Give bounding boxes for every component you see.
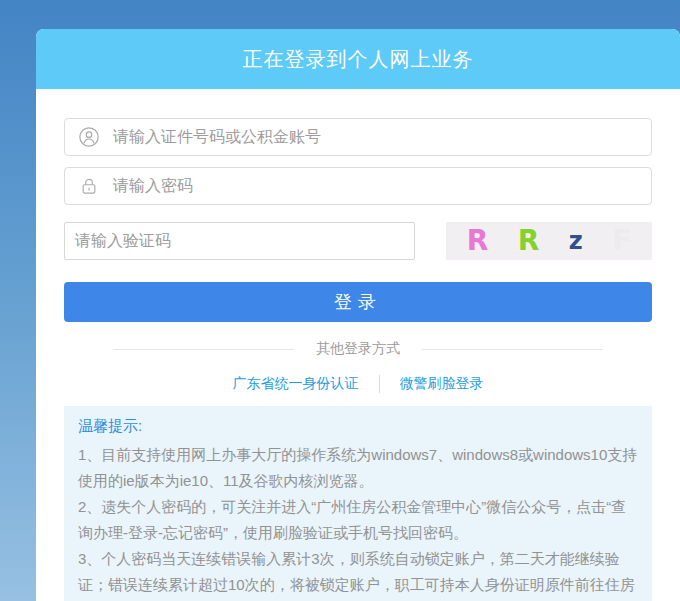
captcha-letter: F (612, 227, 631, 255)
other-login-label: 其他登录方式 (294, 340, 422, 358)
tip-item-3: 3、个人密码当天连续错误输入累计3次，则系统自动锁定账户，第二天才能继续验证；错… (78, 546, 638, 601)
captcha-letter: R (467, 227, 489, 255)
divider-line-left (113, 349, 294, 350)
captcha-letter: R (518, 227, 540, 255)
password-field[interactable]: 请输入密码 (64, 167, 652, 205)
other-login-divider: 其他登录方式 (113, 340, 603, 358)
tip-item-2: 2、遗失个人密码的，可关注并进入“广州住房公积金管理中心”微信公众号，点击“查询… (78, 494, 638, 546)
captcha-image[interactable]: R R z F (446, 222, 652, 260)
divider-line-right (422, 349, 603, 350)
card-header: 正在登录到个人网上业务 (36, 29, 680, 89)
user-icon (65, 126, 113, 148)
account-placeholder: 请输入证件号码或公积金账号 (113, 127, 321, 148)
tip-item-1: 1、目前支持使用网上办事大厅的操作系统为windows7、windows8或wi… (78, 442, 638, 494)
captcha-input[interactable]: 请输入验证码 (64, 222, 415, 260)
login-card: 正在登录到个人网上业务 请输入证件号码或公积金账号 请输入密码 (36, 29, 680, 601)
tips-box: 温馨提示: 1、目前支持使用网上办事大厅的操作系统为windows7、windo… (64, 406, 652, 601)
password-placeholder: 请输入密码 (113, 176, 193, 197)
login-button[interactable]: 登录 (64, 282, 652, 322)
captcha-row: 请输入验证码 R R z F (64, 222, 652, 260)
captcha-placeholder: 请输入验证码 (75, 231, 171, 252)
link-separator (379, 375, 380, 393)
page-title: 正在登录到个人网上业务 (243, 46, 474, 73)
gd-unified-identity-link[interactable]: 广东省统一身份认证 (233, 375, 359, 393)
tips-title: 温馨提示: (78, 417, 638, 436)
card-body: 请输入证件号码或公积金账号 请输入密码 请输入验证码 R R z F (36, 118, 680, 601)
captcha-letter: z (569, 229, 583, 253)
account-field[interactable]: 请输入证件号码或公积金账号 (64, 118, 652, 156)
alt-login-links: 广东省统一身份认证 微警刷脸登录 (64, 375, 652, 393)
lock-icon (65, 176, 113, 196)
weijing-face-login-link[interactable]: 微警刷脸登录 (400, 375, 484, 393)
